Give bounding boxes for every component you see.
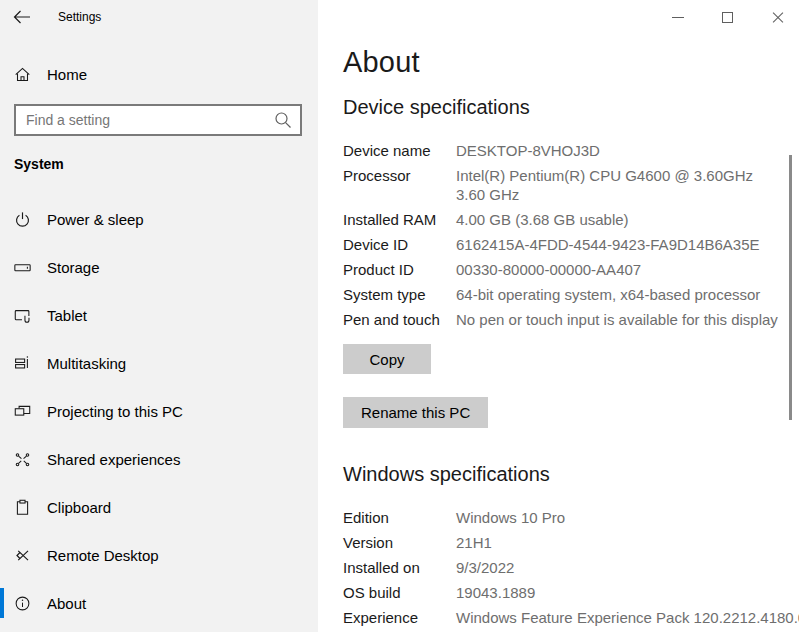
spec-row-product-id: Product ID 00330-80000-00000-AA407 <box>343 260 783 279</box>
copy-button[interactable]: Copy <box>343 344 431 374</box>
sidebar-item-shared-experiences[interactable]: Shared experiences <box>0 435 318 483</box>
sidebar-section-header: System <box>14 156 64 172</box>
spec-value: 00330-80000-00000-AA407 <box>456 260 641 279</box>
spec-label: Edition <box>343 508 456 527</box>
main-content: About Device specifications Device name … <box>318 0 799 632</box>
spec-value: 4.00 GB (3.68 GB usable) <box>456 210 629 229</box>
sidebar-item-label: Power & sleep <box>47 211 144 228</box>
sidebar-item-remote-desktop[interactable]: Remote Desktop <box>0 531 318 579</box>
sidebar-item-label: Shared experiences <box>47 451 180 468</box>
spec-label: Device ID <box>343 235 456 254</box>
spec-row-edition: Edition Windows 10 Pro <box>343 508 783 527</box>
sidebar-item-storage[interactable]: Storage <box>0 243 318 291</box>
sidebar-item-projecting[interactable]: Projecting to this PC <box>0 387 318 435</box>
search-box <box>14 104 302 136</box>
spec-row-version: Version 21H1 <box>343 533 783 552</box>
spec-value: 64-bit operating system, x64-based proce… <box>456 285 760 304</box>
sidebar-item-home[interactable]: Home <box>0 58 318 90</box>
windows-specifications-title: Windows specifications <box>343 463 783 486</box>
spec-value: Windows 10 Pro <box>456 508 565 527</box>
spec-row-pen-touch: Pen and touch No pen or touch input is a… <box>343 310 783 329</box>
sidebar-item-label: About <box>47 595 86 612</box>
spec-label: Device name <box>343 141 456 160</box>
sidebar-item-label: Tablet <box>47 307 87 324</box>
app-title: Settings <box>58 10 101 24</box>
sidebar-item-label: Remote Desktop <box>47 547 159 564</box>
sidebar-item-power-sleep[interactable]: Power & sleep <box>0 195 318 243</box>
spec-value: Intel(R) Pentium(R) CPU G4600 @ 3.60GHz … <box>456 166 778 204</box>
rename-pc-button[interactable]: Rename this PC <box>343 397 488 428</box>
spec-value: Windows Feature Experience Pack 120.2212… <box>456 608 799 627</box>
multitasking-icon <box>14 355 31 372</box>
sidebar-nav-list: Power & sleep Storage <box>0 195 318 627</box>
remote-desktop-icon <box>14 547 31 564</box>
back-button[interactable] <box>12 8 32 26</box>
spec-row-experience: Experience Windows Feature Experience Pa… <box>343 608 783 627</box>
spec-row-installed-ram: Installed RAM 4.00 GB (3.68 GB usable) <box>343 210 783 229</box>
info-icon <box>14 595 31 612</box>
spec-row-device-id: Device ID 6162415A-4FDD-4544-9423-FA9D14… <box>343 235 783 254</box>
spec-value: No pen or touch input is available for t… <box>456 310 778 329</box>
sidebar-item-clipboard[interactable]: Clipboard <box>0 483 318 531</box>
back-arrow-icon <box>12 8 32 26</box>
spec-value: 19043.1889 <box>456 583 535 602</box>
spec-label: Processor <box>343 166 456 204</box>
tablet-icon <box>14 307 31 324</box>
windows-spec-table: Edition Windows 10 Pro Version 21H1 Inst… <box>343 508 783 627</box>
sidebar: Settings Home System <box>0 0 318 632</box>
search-icon[interactable] <box>272 109 294 131</box>
spec-row-device-name: Device name DESKTOP-8VHOJ3D <box>343 141 783 160</box>
storage-icon <box>14 259 31 276</box>
spec-row-os-build: OS build 19043.1889 <box>343 583 783 602</box>
sidebar-item-label: Projecting to this PC <box>47 403 183 420</box>
spec-label: Experience <box>343 608 456 627</box>
sidebar-item-label: Clipboard <box>47 499 111 516</box>
sidebar-item-label: Home <box>47 66 87 83</box>
sidebar-item-multitasking[interactable]: Multitasking <box>0 339 318 387</box>
power-icon <box>14 211 31 228</box>
projecting-icon <box>14 403 31 420</box>
sidebar-item-label: Multitasking <box>47 355 126 372</box>
settings-window: Settings Home System <box>0 0 799 632</box>
device-spec-table: Device name DESKTOP-8VHOJ3D Processor In… <box>343 141 783 329</box>
sidebar-item-label: Storage <box>47 259 100 276</box>
spec-label: Version <box>343 533 456 552</box>
sidebar-item-tablet[interactable]: Tablet <box>0 291 318 339</box>
home-icon <box>14 66 31 83</box>
spec-value: DESKTOP-8VHOJ3D <box>456 141 600 160</box>
spec-label: Pen and touch <box>343 310 456 329</box>
spec-label: System type <box>343 285 456 304</box>
shared-experiences-icon <box>14 451 31 468</box>
spec-label: Product ID <box>343 260 456 279</box>
spec-row-system-type: System type 64-bit operating system, x64… <box>343 285 783 304</box>
spec-value: 9/3/2022 <box>456 558 514 577</box>
spec-label: Installed RAM <box>343 210 456 229</box>
spec-value: 6162415A-4FDD-4544-9423-FA9D14B6A35E <box>456 235 760 254</box>
spec-label: OS build <box>343 583 456 602</box>
about-page: About Device specifications Device name … <box>343 0 783 632</box>
spec-row-processor: Processor Intel(R) Pentium(R) CPU G4600 … <box>343 166 783 204</box>
device-specifications-title: Device specifications <box>343 96 783 119</box>
clipboard-icon <box>14 499 31 516</box>
search-input[interactable] <box>16 106 272 134</box>
spec-label: Installed on <box>343 558 456 577</box>
titlebar-left: Settings <box>0 0 318 34</box>
spec-value: 21H1 <box>456 533 492 552</box>
vertical-scrollbar[interactable] <box>789 155 792 420</box>
spec-row-installed-on: Installed on 9/3/2022 <box>343 558 783 577</box>
sidebar-item-about[interactable]: About <box>0 579 318 627</box>
page-title: About <box>343 46 783 79</box>
